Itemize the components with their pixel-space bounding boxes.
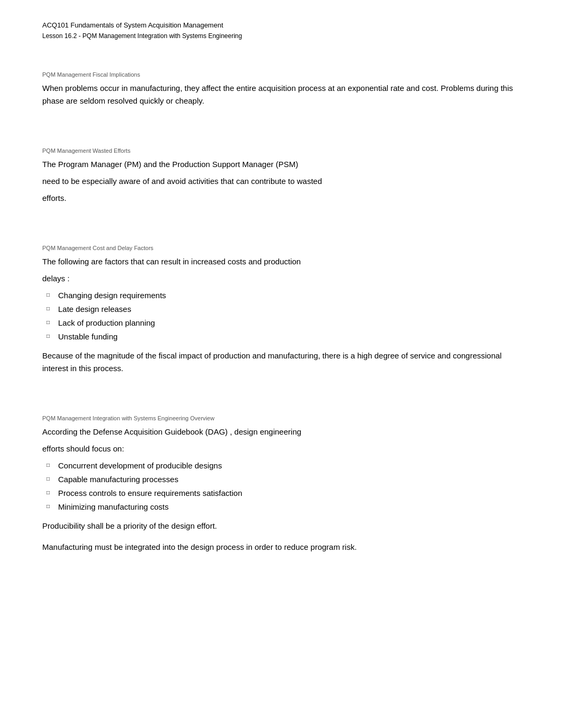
list-item: Minimizing manufacturing costs [42, 501, 519, 513]
wasted-label: PQM Management Wasted Efforts [42, 148, 519, 154]
wasted-line1: The Program Manager (PM) and the Product… [42, 158, 519, 171]
course-title: ACQ101 Fundamentals of System Acquisitio… [42, 21, 519, 29]
according-dag: Acquisition Guidebook (DAG) [123, 427, 228, 436]
wasted-psm: Production Support Manager (PSM) [172, 160, 298, 169]
wasted-line3: efforts. [42, 192, 519, 205]
intro-end: costs and production [226, 257, 301, 266]
list-item: Changing design requirements [42, 289, 519, 302]
cost-delay-intro: The following are factors that can resul… [42, 255, 519, 268]
header-section: ACQ101 Fundamentals of System Acquisitio… [42, 21, 519, 40]
cost-delay-last: delays : [42, 272, 519, 285]
integration-intro: According the Defense Acquisition Guideb… [42, 426, 519, 438]
integration-line2: efforts should focus on: [42, 443, 519, 455]
cost-delay-list: Changing design requirements Late design… [42, 289, 519, 343]
integration-section: PQM Management Integration with Systems … [42, 415, 519, 554]
lesson-subtitle: Lesson 16.2 - PQM Management Integration… [42, 32, 519, 40]
integration-para1: Producibility shall be a priority of the… [42, 520, 519, 532]
according-start: According the [42, 427, 91, 436]
integration-list: Concurrent development of producible des… [42, 459, 519, 513]
integration-para2: Manufacturing must be integrated into th… [42, 541, 519, 554]
wasted-section: PQM Management Wasted Efforts The Progra… [42, 148, 519, 205]
intro-start: The following are factors that can resul… [42, 257, 189, 266]
list-item: Capable manufacturing processes [42, 473, 519, 486]
fiscal-label: PQM Management Fiscal Implications [42, 71, 519, 78]
list-item: Lack of production planning [42, 317, 519, 329]
according-end: , design engineering [228, 427, 301, 436]
according-defense: Defense [91, 427, 123, 436]
cost-delay-label: PQM Management Cost and Delay Factors [42, 245, 519, 251]
wasted-line2: need to be especially aware of and avoid… [42, 175, 519, 188]
integration-label: PQM Management Integration with Systems … [42, 415, 519, 421]
fiscal-body: When problems occur in manufacturing, th… [42, 82, 519, 107]
intro-middle: increased [189, 257, 226, 266]
wasted-and: and the [144, 160, 170, 169]
cost-delay-section: PQM Management Cost and Delay Factors Th… [42, 245, 519, 375]
cost-delay-paragraph: Because of the magnitude of the fiscal i… [42, 349, 519, 375]
list-item: Concurrent development of producible des… [42, 459, 519, 472]
wasted-pm: The Program Manager (PM) [42, 160, 142, 169]
list-item: Unstable funding [42, 330, 519, 343]
list-item: Process controls to ensure requirements … [42, 487, 519, 500]
list-item: Late design releases [42, 303, 519, 316]
fiscal-section: PQM Management Fiscal Implications When … [42, 71, 519, 107]
